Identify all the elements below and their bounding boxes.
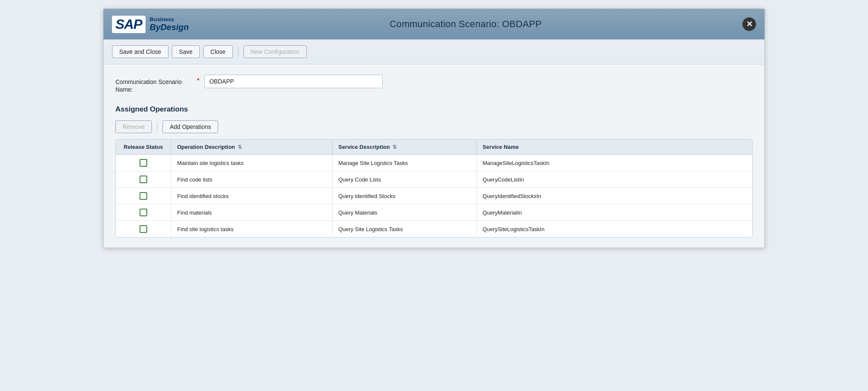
- operations-toolbar: Remove Add Operations: [115, 120, 753, 133]
- sap-business-text: Business: [150, 17, 189, 22]
- operation-description-cell: Maintain site logistics tasks: [171, 155, 332, 171]
- col-operation-description: Operation Description ⇅: [171, 140, 332, 155]
- table-header-row: Release Status Operation Description ⇅ S…: [116, 140, 752, 155]
- sap-bydesign-text: ByDesign: [150, 22, 189, 32]
- service-name-cell: QueryMaterialIn: [476, 204, 752, 221]
- svc-sort-icon[interactable]: ⇅: [392, 144, 397, 150]
- service-description-cell: Query Code Lists: [332, 171, 476, 188]
- operation-description-cell: Find code lists: [171, 171, 332, 188]
- service-name-cell: ManageSiteLogisticsTaskIn: [476, 155, 752, 171]
- toolbar: Save and Close Save Close New Configurat…: [104, 39, 764, 64]
- operations-table: Release Status Operation Description ⇅ S…: [116, 140, 752, 237]
- service-name-cell: QueryIdentifiedStocksIn: [476, 188, 752, 204]
- row-checkbox[interactable]: [140, 176, 147, 183]
- service-name-cell: QuerySiteLogisticsTaskIn: [476, 221, 752, 237]
- release-status-cell: [116, 155, 171, 171]
- toolbar-divider: [238, 47, 238, 57]
- ops-toolbar-divider: [157, 122, 157, 132]
- add-operations-button[interactable]: Add Operations: [162, 120, 218, 133]
- row-checkbox[interactable]: [140, 159, 147, 167]
- main-window: SAP Business ByDesign Communication Scen…: [103, 8, 765, 248]
- table-row: Find code listsQuery Code ListsQueryCode…: [116, 171, 752, 188]
- content-area: Communication Scenario Name: * Assigned …: [104, 64, 764, 248]
- save-button[interactable]: Save: [172, 45, 200, 58]
- service-name-cell: QueryCodeListIn: [476, 171, 752, 188]
- scenario-name-row: Communication Scenario Name: *: [115, 75, 753, 93]
- operations-table-container: Release Status Operation Description ⇅ S…: [115, 139, 753, 237]
- page-title: Communication Scenario: OBDAPP: [389, 19, 542, 30]
- sap-logo: SAP Business ByDesign: [112, 16, 189, 33]
- close-button[interactable]: Close: [203, 45, 233, 58]
- table-row: Find materialsQuery MaterialsQueryMateri…: [116, 204, 752, 221]
- row-checkbox[interactable]: [140, 209, 147, 216]
- release-status-cell: [116, 171, 171, 188]
- col-release-status: Release Status: [116, 140, 171, 155]
- required-indicator: *: [197, 75, 199, 85]
- operation-description-cell: Find site logistics tasks: [171, 221, 332, 237]
- scenario-name-label: Communication Scenario Name:: [115, 75, 192, 93]
- assigned-operations-title: Assigned Operations: [115, 105, 753, 114]
- operation-description-cell: Find identified stocks: [171, 188, 332, 204]
- sap-brand-text: SAP: [112, 16, 146, 33]
- release-status-cell: [116, 188, 171, 204]
- release-status-cell: [116, 204, 171, 221]
- release-status-cell: [116, 221, 171, 237]
- table-row: Maintain site logistics tasksManage Site…: [116, 155, 752, 171]
- operation-description-cell: Find materials: [171, 204, 332, 221]
- service-description-cell: Query Materials: [332, 204, 476, 221]
- header-bar: SAP Business ByDesign Communication Scen…: [104, 9, 764, 39]
- table-row: Find site logistics tasksQuery Site Logi…: [116, 221, 752, 237]
- op-sort-icon[interactable]: ⇅: [238, 144, 242, 150]
- new-configuration-button[interactable]: New Configuration: [244, 45, 307, 58]
- row-checkbox[interactable]: [140, 192, 147, 200]
- service-description-cell: Query Identified Stocks: [332, 188, 476, 204]
- col-service-name: Service Name: [476, 140, 752, 155]
- close-window-button[interactable]: ✕: [742, 17, 756, 31]
- save-and-close-button[interactable]: Save and Close: [112, 45, 168, 58]
- sap-subbrand: Business ByDesign: [150, 17, 189, 32]
- row-checkbox[interactable]: [140, 225, 147, 233]
- remove-button[interactable]: Remove: [115, 120, 152, 133]
- service-description-cell: Query Site Logistics Tasks: [332, 221, 476, 237]
- scenario-name-input[interactable]: [204, 75, 383, 88]
- table-row: Find identified stocksQuery Identified S…: [116, 188, 752, 204]
- table-body: Maintain site logistics tasksManage Site…: [116, 155, 752, 237]
- service-description-cell: Manage Site Logistics Tasks: [332, 155, 476, 171]
- col-service-description: Service Description ⇅: [332, 140, 476, 155]
